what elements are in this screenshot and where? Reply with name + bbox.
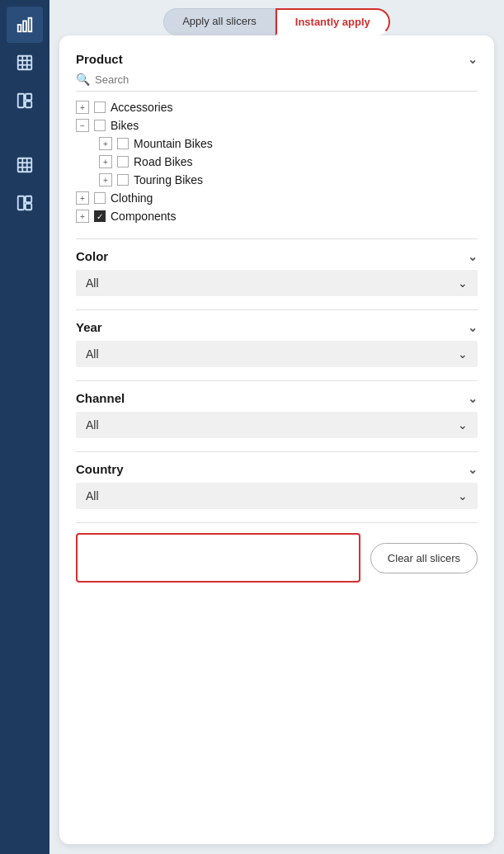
channel-section: Channel ⌄ All ⌄ — [76, 391, 478, 438]
empty-action-box[interactable] — [76, 533, 360, 583]
checkbox-road-bikes[interactable] — [117, 156, 129, 167]
label-mountain-bikes: Mountain Bikes — [134, 137, 213, 150]
expand-road-bikes-btn[interactable]: + — [99, 155, 112, 168]
sidebar-icon-table2[interactable] — [7, 147, 43, 183]
search-icon: 🔍 — [76, 73, 90, 86]
label-touring-bikes: Touring Bikes — [134, 173, 203, 186]
color-section-header[interactable]: Color ⌄ — [76, 249, 478, 263]
expand-touring-bikes-btn[interactable]: + — [99, 173, 112, 186]
svg-rect-3 — [18, 56, 32, 70]
checkbox-accessories[interactable] — [94, 101, 106, 113]
tree-item-components: + ✓ Components — [76, 207, 478, 225]
country-label: Country — [76, 462, 124, 476]
label-accessories: Accessories — [111, 101, 172, 114]
color-value: All — [86, 276, 99, 290]
channel-dropdown[interactable]: All ⌄ — [76, 412, 478, 438]
channel-section-header[interactable]: Channel ⌄ — [76, 391, 478, 405]
main-content: Apply all slicers Instantly apply Produc… — [49, 0, 504, 854]
tab-apply-all[interactable]: Apply all slicers — [163, 8, 276, 35]
tab-bar: Apply all slicers Instantly apply — [49, 0, 504, 35]
label-clothing: Clothing — [111, 191, 153, 205]
channel-label: Channel — [76, 391, 125, 405]
sidebar-icon-barchart[interactable] — [7, 7, 43, 43]
color-dropdown[interactable]: All ⌄ — [76, 270, 478, 296]
tree-item-mountain-bikes: + Mountain Bikes — [76, 134, 478, 153]
tree-item-accessories: + Accessories — [76, 98, 478, 116]
svg-rect-16 — [18, 196, 24, 210]
year-label: Year — [76, 320, 102, 334]
divider-2 — [76, 309, 478, 310]
year-dropdown-icon: ⌄ — [458, 347, 468, 361]
product-search-input[interactable] — [95, 73, 478, 86]
svg-rect-1 — [23, 21, 26, 31]
channel-dropdown-icon: ⌄ — [458, 418, 468, 432]
color-label: Color — [76, 249, 108, 263]
expand-mountain-bikes-btn[interactable]: + — [99, 137, 112, 150]
tree-item-road-bikes: + Road Bikes — [76, 153, 478, 171]
year-value: All — [86, 347, 99, 361]
svg-rect-11 — [18, 158, 32, 172]
tree-item-bikes: − Bikes — [76, 116, 478, 134]
tree-item-touring-bikes: + Touring Bikes — [76, 171, 478, 189]
checkbox-touring-bikes[interactable] — [117, 174, 129, 186]
expand-clothing-btn[interactable]: + — [76, 191, 89, 205]
label-components: Components — [111, 210, 176, 223]
product-label: Product — [76, 52, 123, 66]
tree-item-clothing: + Clothing — [76, 189, 478, 207]
expand-bikes-btn[interactable]: − — [76, 119, 89, 132]
year-chevron-icon: ⌄ — [468, 321, 478, 334]
svg-rect-0 — [18, 25, 21, 31]
label-bikes: Bikes — [111, 119, 139, 132]
divider-4 — [76, 451, 478, 452]
svg-rect-17 — [26, 196, 31, 202]
product-search-box: 🔍 — [76, 73, 478, 92]
divider-1 — [76, 238, 478, 239]
channel-chevron-icon: ⌄ — [468, 392, 478, 405]
checkbox-clothing[interactable] — [94, 192, 106, 204]
tab-instantly-apply[interactable]: Instantly apply — [276, 8, 390, 35]
svg-rect-10 — [26, 101, 31, 107]
sidebar-icon-split2[interactable] — [7, 185, 43, 221]
product-section: Product ⌄ 🔍 + Accessories − Bikes + — [76, 52, 478, 225]
sidebar — [0, 0, 49, 854]
country-value: All — [86, 489, 99, 502]
product-section-header[interactable]: Product ⌄ — [76, 52, 478, 66]
expand-accessories-btn[interactable]: + — [76, 101, 89, 114]
country-section-header[interactable]: Country ⌄ — [76, 462, 478, 476]
country-dropdown[interactable]: All ⌄ — [76, 483, 478, 509]
product-chevron-icon: ⌄ — [468, 53, 478, 66]
svg-rect-9 — [26, 94, 31, 100]
checkbox-mountain-bikes[interactable] — [117, 138, 129, 149]
divider-3 — [76, 380, 478, 381]
color-section: Color ⌄ All ⌄ — [76, 249, 478, 296]
divider-5 — [76, 522, 478, 523]
year-section: Year ⌄ All ⌄ — [76, 320, 478, 367]
label-road-bikes: Road Bikes — [134, 155, 193, 168]
svg-rect-8 — [18, 94, 24, 108]
year-section-header[interactable]: Year ⌄ — [76, 320, 478, 334]
channel-value: All — [86, 418, 99, 432]
bottom-actions: Clear all slicers — [76, 533, 478, 583]
country-section: Country ⌄ All ⌄ — [76, 462, 478, 509]
checkbox-components[interactable]: ✓ — [94, 210, 106, 222]
sidebar-icon-split1[interactable] — [7, 83, 43, 119]
country-dropdown-icon: ⌄ — [458, 489, 468, 502]
color-dropdown-icon: ⌄ — [458, 276, 468, 290]
clear-all-slicers-button[interactable]: Clear all slicers — [370, 543, 478, 573]
svg-rect-2 — [29, 18, 32, 32]
country-chevron-icon: ⌄ — [468, 463, 478, 476]
color-chevron-icon: ⌄ — [468, 250, 478, 263]
expand-components-btn[interactable]: + — [76, 210, 89, 223]
slicers-panel: Product ⌄ 🔍 + Accessories − Bikes + — [59, 35, 494, 844]
checkbox-bikes[interactable] — [94, 120, 106, 131]
sidebar-icon-table1[interactable] — [7, 45, 43, 81]
year-dropdown[interactable]: All ⌄ — [76, 341, 478, 367]
svg-rect-18 — [26, 204, 31, 210]
